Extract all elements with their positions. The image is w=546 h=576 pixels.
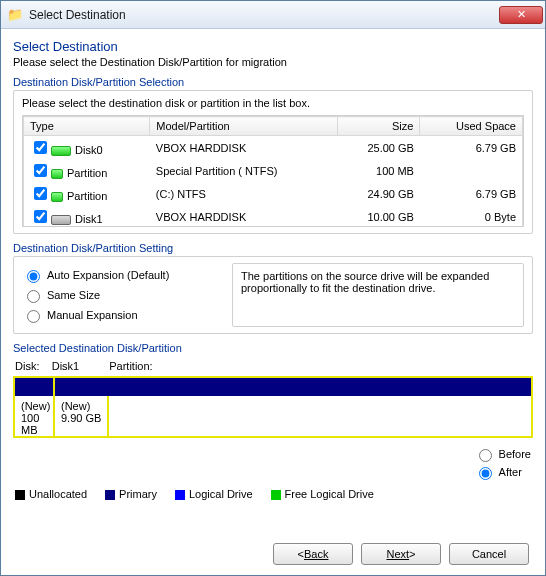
titlebar: 📁 Select Destination ✕	[1, 1, 545, 29]
diagram-cell[interactable]: (New)9.90 GB	[55, 396, 109, 436]
setting-radios: Auto Expansion (Default) Same Size Manua…	[22, 263, 222, 327]
page-subtitle: Please select the Destination Disk/Parti…	[13, 56, 533, 68]
radio-manual-input[interactable]	[27, 310, 40, 323]
legend-primary: Primary	[105, 488, 157, 500]
col-size[interactable]: Size	[338, 117, 420, 136]
diagram-bar	[15, 378, 531, 396]
disk-icon	[51, 146, 71, 156]
row-checkbox[interactable]	[34, 141, 47, 154]
order-group: Before After	[15, 446, 531, 480]
table-row[interactable]: Disk0VBOX HARDDISK25.00 GB6.79 GB	[24, 136, 523, 160]
col-model[interactable]: Model/Partition	[150, 117, 338, 136]
radio-auto-input[interactable]	[27, 270, 40, 283]
radio-manual[interactable]: Manual Expansion	[22, 307, 222, 323]
legend-logical: Logical Drive	[175, 488, 253, 500]
disk-list[interactable]: Type Model/Partition Size Used Space Dis…	[22, 115, 524, 227]
content-area: Select Destination Please select the Des…	[1, 29, 545, 575]
setting-description: The partitions on the source drive will …	[232, 263, 524, 327]
radio-auto[interactable]: Auto Expansion (Default)	[22, 267, 222, 283]
disk-icon	[51, 169, 63, 179]
diagram-seg-1	[15, 378, 55, 396]
radio-after[interactable]: After	[474, 464, 531, 480]
radio-auto-label: Auto Expansion (Default)	[47, 269, 169, 281]
button-row: <Back Next> Cancel	[13, 543, 533, 565]
selection-instruction: Please select the destination disk or pa…	[22, 97, 524, 109]
col-used[interactable]: Used Space	[420, 117, 523, 136]
radio-after-label: After	[499, 466, 522, 478]
col-type[interactable]: Type	[24, 117, 150, 136]
close-icon: ✕	[517, 8, 526, 21]
setting-group-label: Destination Disk/Partition Setting	[13, 242, 533, 254]
disk-value: Disk1	[52, 360, 80, 372]
dialog-window: 📁 Select Destination ✕ Select Destinatio…	[0, 0, 546, 576]
partition-label: Partition:	[109, 360, 152, 372]
partition-diagram[interactable]: (New)100 MB(New)9.90 GB	[13, 376, 533, 438]
app-icon: 📁	[7, 7, 23, 23]
row-checkbox[interactable]	[34, 187, 47, 200]
radio-before-input[interactable]	[479, 449, 492, 462]
window-title: Select Destination	[29, 8, 499, 22]
back-button[interactable]: <Back	[273, 543, 353, 565]
disk-icon	[51, 192, 63, 202]
selected-info: Disk: Disk1 Partition:	[15, 360, 531, 372]
radio-manual-label: Manual Expansion	[47, 309, 138, 321]
next-button[interactable]: Next>	[361, 543, 441, 565]
diagram-cell[interactable]: (New)100 MB	[15, 396, 55, 436]
legend-unallocated: Unallocated	[15, 488, 87, 500]
radio-same-label: Same Size	[47, 289, 100, 301]
legend-free: Free Logical Drive	[271, 488, 374, 500]
table-row[interactable]: PartitionSpecial Partition ( NTFS)100 MB	[24, 159, 523, 182]
row-checkbox[interactable]	[34, 164, 47, 177]
radio-same-input[interactable]	[27, 290, 40, 303]
table-row[interactable]: Partition(C:) NTFS24.90 GB6.79 GB	[24, 182, 523, 205]
setting-group: Auto Expansion (Default) Same Size Manua…	[13, 256, 533, 334]
radio-before-label: Before	[499, 448, 531, 460]
disk-icon	[51, 215, 71, 225]
legend: Unallocated Primary Logical Drive Free L…	[15, 488, 531, 500]
radio-before[interactable]: Before	[474, 446, 531, 462]
selection-group: Please select the destination disk or pa…	[13, 90, 533, 234]
disk-label: Disk:	[15, 360, 39, 372]
close-button[interactable]: ✕	[499, 6, 543, 24]
cancel-button[interactable]: Cancel	[449, 543, 529, 565]
selected-group-label: Selected Destination Disk/Partition	[13, 342, 533, 354]
row-checkbox[interactable]	[34, 210, 47, 223]
radio-after-input[interactable]	[479, 467, 492, 480]
table-row[interactable]: Disk1VBOX HARDDISK10.00 GB0 Byte	[24, 205, 523, 227]
selection-group-label: Destination Disk/Partition Selection	[13, 76, 533, 88]
page-title: Select Destination	[13, 39, 533, 54]
radio-same[interactable]: Same Size	[22, 287, 222, 303]
